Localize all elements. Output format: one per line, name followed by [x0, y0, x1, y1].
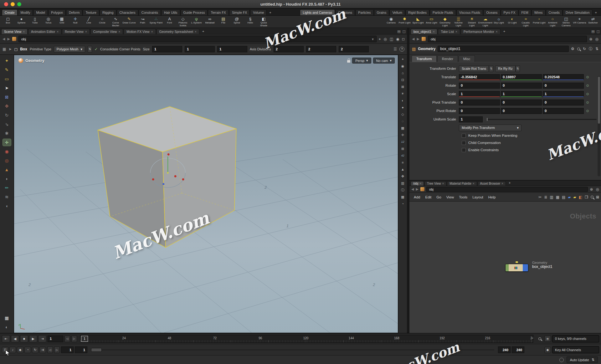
shelf-tool-file[interactable]: ▤ File — [217, 16, 230, 28]
tab-close-icon[interactable]: × — [195, 30, 197, 33]
net-palette-icon[interactable]: ◧ — [579, 195, 582, 199]
pane-divider[interactable] — [407, 28, 409, 333]
pane-tab-scene-view[interactable]: Scene View × — [1, 29, 28, 34]
channel-icon[interactable]: ⊙ — [585, 84, 590, 88]
channel-scope-icon[interactable]: ≣ — [544, 336, 551, 342]
current-frame-marker[interactable]: 1 — [81, 336, 88, 342]
scale-x-field[interactable]: 1 — [459, 91, 500, 97]
pathbar-radial-menu-icon[interactable]: ◎ — [595, 37, 598, 41]
vp-group-list-icon[interactable]: ▥ — [401, 181, 404, 185]
pane-tab-render-view[interactable]: Render View × — [62, 29, 90, 34]
vp-snapshot-icon[interactable]: ◔ — [402, 202, 404, 206]
vp-shading-mode-icon[interactable]: ● — [402, 105, 404, 110]
consolidate-label[interactable]: Consolidate Corner Points — [100, 47, 140, 51]
shelf-tab-vellum[interactable]: Vellum — [389, 9, 405, 15]
shelf-tab-texture[interactable]: Texture — [83, 9, 99, 15]
pane-tab-composite-view[interactable]: Composite View × — [90, 29, 123, 34]
tool-display-options-toggle[interactable]: ▦ — [3, 315, 11, 321]
network-path-input[interactable]: obj — [426, 187, 588, 192]
shelf-tab-particle-fluids[interactable]: Particle Fluids — [430, 9, 456, 15]
vp-lighting-icon[interactable]: ☀ — [401, 91, 404, 96]
pathbar-pin-icon[interactable]: ⊕ — [590, 187, 593, 192]
shelf-tab-create[interactable]: Create — [2, 9, 18, 15]
shelf-tab-wires[interactable]: Wires — [532, 9, 546, 15]
help-icon[interactable]: ? — [399, 47, 404, 52]
rotate-z-field[interactable]: 0 — [543, 83, 584, 89]
vp-division-badge-42[interactable]: 42 — [401, 153, 404, 158]
tab-close-icon[interactable]: × — [496, 30, 498, 33]
pivot-translate-z-field[interactable]: 0 — [543, 100, 584, 105]
vp-snap-point-icon[interactable]: ✛ — [401, 133, 404, 137]
node-template-flag[interactable] — [506, 264, 509, 271]
scene-viewport[interactable]: 1222 Geometry Persp ▾ No cam ▾ — [14, 55, 398, 333]
update-mode-select[interactable]: Auto Update ⇅ — [567, 356, 598, 363]
network-tab-obj[interactable]: /obj × — [411, 181, 424, 186]
shelf-tool-environment-light[interactable]: ☁ Environment Light — [479, 16, 492, 28]
shelf-tab-guide-process[interactable]: Guide Process — [181, 9, 208, 15]
menu-layout[interactable]: Layout — [470, 194, 486, 200]
vp-camera-view-icon[interactable]: ◉ — [401, 64, 404, 68]
rotate-order-select[interactable]: Rx Ry Rz — [495, 65, 515, 72]
net-sticky-note-icon[interactable]: ▰ — [573, 195, 576, 199]
forward-icon[interactable]: ▶ — [7, 37, 10, 41]
range-slider[interactable] — [91, 348, 494, 352]
shelf-tool-sphere[interactable]: ● Sphere — [15, 16, 28, 28]
range-start-button[interactable]: ◁ — [47, 346, 53, 353]
forward-icon[interactable]: ▶ — [416, 187, 418, 191]
pivot-rotate-x-field[interactable]: 0 — [459, 108, 500, 114]
network-canvas[interactable]: Objects Geometry box_object1 — [409, 202, 601, 333]
key-all-channels-button[interactable]: Key All Channels — [552, 346, 599, 353]
add-shelf-tab-button[interactable]: + — [593, 10, 599, 15]
pivot-translate-y-field[interactable]: 0 — [501, 100, 542, 105]
tool-paint-tool[interactable]: ✏ — [3, 184, 11, 191]
recook-icon[interactable]: ↻ — [583, 47, 586, 51]
node-box-object1[interactable] — [505, 264, 528, 272]
add-pane-tab-button[interactable]: + — [501, 28, 507, 34]
shelf-tool-box[interactable]: ◻ Box — [1, 16, 15, 28]
menu-help[interactable]: Help — [486, 194, 498, 200]
shelf-tool-ambient-light[interactable]: ○ Ambient Light — [546, 16, 559, 28]
shelf-tool-stereo-camera[interactable]: ◫ Stereo Camera — [559, 16, 573, 28]
vp-home-view-icon[interactable]: ⌂ — [402, 71, 404, 75]
pane-tab-box-object1[interactable]: box_object1 × — [411, 29, 437, 34]
shelf-tab-rigging[interactable]: Rigging — [100, 9, 116, 15]
pathbar-radial-menu-icon[interactable]: ◎ — [596, 187, 599, 192]
pb-range-icon[interactable]: ⇉ — [39, 347, 46, 353]
uniform-scale-slider[interactable] — [487, 119, 597, 120]
pb-audio-icon[interactable]: ♪ — [9, 347, 16, 353]
size-x-field[interactable]: 1 — [152, 46, 182, 52]
channel-icon[interactable]: ⊙ — [585, 100, 590, 105]
range-end-button[interactable]: ▷ — [54, 346, 60, 353]
tab-close-icon[interactable]: × — [455, 30, 457, 33]
next-key-button[interactable]: ▷ — [71, 336, 77, 342]
shelf-tool-portal-light[interactable]: ▫ Portal Light — [532, 16, 546, 28]
shelf-tool-platonic-solids[interactable]: ◇ Platonic Solids — [176, 16, 190, 28]
keyframe-options-icon[interactable]: ◆ — [544, 347, 551, 353]
tool-slide-tool[interactable]: ◗ — [3, 175, 11, 182]
range-slider-handle[interactable] — [91, 348, 102, 352]
path-input[interactable]: obj ▾ — [18, 36, 377, 42]
param-tab-transform[interactable]: Transform — [412, 55, 437, 62]
tool-rotate-tool[interactable]: ↻ — [3, 112, 11, 119]
shelf-tool-tube[interactable]: ▯ Tube — [28, 16, 42, 28]
tool-pose-tool[interactable]: ✱ — [3, 130, 11, 137]
tool-select-tool[interactable]: ➤ — [3, 85, 11, 91]
shelf-tab-lights-and-cameras[interactable]: Lights and Cameras — [300, 9, 335, 15]
translate-z-field[interactable]: 0.202548 — [543, 74, 584, 80]
tab-close-icon[interactable]: × — [419, 182, 421, 185]
vp-info-icon[interactable]: ⓘ — [401, 188, 404, 192]
tool-move-tool[interactable]: ✥ — [3, 103, 11, 110]
shelf-tab-fem[interactable]: FEM — [519, 9, 531, 15]
primitive-type-select[interactable]: Polygon Mesh ▾ — [54, 46, 85, 53]
add-pane-tab-button[interactable]: + — [506, 180, 513, 186]
network-tab-tree-view[interactable]: Tree View × — [424, 181, 446, 186]
uniform-scale-field[interactable]: 1 — [459, 116, 483, 122]
pane-tab-geometry-spreadsheet[interactable]: Geometry Spreadsheet × — [157, 29, 199, 34]
vp-grid-toggle-icon[interactable]: ▦ — [401, 195, 404, 199]
pane-tab-animation-editor[interactable]: Animation Editor × — [28, 29, 61, 34]
shelf-tab-hair-utils[interactable]: Hair Utils — [161, 9, 180, 15]
menu-tools[interactable]: Tools — [456, 194, 470, 200]
shelf-tab-constraints[interactable]: Constraints — [139, 9, 161, 15]
vp-division-badge-12[interactable]: 12 — [401, 140, 404, 144]
pane-tab-performance-monitor[interactable]: Performance Monitor × — [461, 29, 501, 34]
